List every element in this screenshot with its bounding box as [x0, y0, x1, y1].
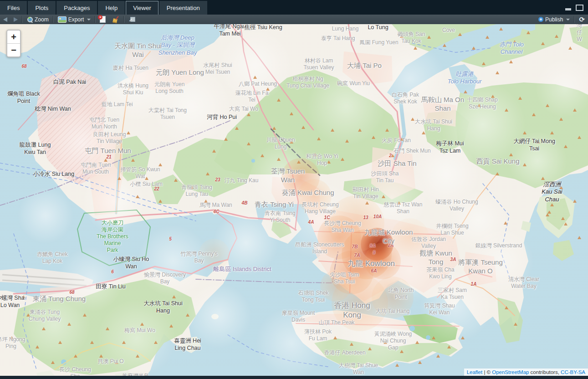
basemap — [0, 24, 588, 376]
popout-icon: ➚ — [128, 17, 135, 22]
chevron-down-icon — [87, 19, 91, 20]
toolbar-separator — [574, 16, 575, 23]
toolbar-separator — [22, 16, 23, 23]
attribution-text: contributors, — [529, 369, 561, 375]
export-label: Export — [68, 16, 84, 23]
toolbar-separator — [53, 16, 54, 23]
attribution-text: | © — [482, 369, 492, 375]
clear-viewer-button[interactable]: × — [97, 15, 109, 24]
map-zoom-control: + − — [6, 30, 21, 57]
tab-presentation[interactable]: Presentation — [159, 1, 207, 15]
zoom-button[interactable]: + Zoom — [24, 15, 52, 24]
map-attribution: Leaflet | © OpenStreetMap contributors, … — [464, 369, 588, 376]
license-link[interactable]: CC-BY-SA — [561, 369, 585, 375]
toolbar-separator — [123, 16, 124, 23]
forward-arrow-icon — [14, 17, 18, 22]
broom-icon — [112, 16, 119, 23]
osm-link[interactable]: OpenStreetMap — [492, 369, 529, 375]
tab-viewer[interactable]: Viewer — [126, 1, 159, 15]
tab-plots[interactable]: Plots — [28, 1, 56, 15]
leaflet-link[interactable]: Leaflet — [467, 369, 483, 375]
clear-page-icon: × — [100, 16, 106, 23]
map-viewport[interactable]: 4B4C56686821222328A7B7A6A1C4A10A133A2A81… — [0, 24, 588, 376]
zoom-out-button[interactable]: − — [7, 44, 20, 56]
publish-button[interactable]: Publish — [535, 15, 573, 24]
forward-button[interactable] — [10, 15, 21, 24]
maximize-icon[interactable] — [576, 5, 583, 11]
export-button[interactable]: Export — [55, 15, 94, 24]
chevron-down-icon — [566, 19, 570, 20]
window-controls — [565, 5, 588, 15]
zoom-label: Zoom — [35, 16, 49, 23]
viewer-toolbar: + Zoom Export × ➚ Publish ⟳ — [0, 15, 588, 25]
back-arrow-icon — [3, 17, 7, 22]
back-button[interactable] — [0, 15, 10, 24]
rstudio-window: FilesPlotsPackagesHelpViewerPresentation… — [0, 0, 588, 379]
zoom-in-button[interactable]: + — [7, 31, 20, 44]
window-bottom-edge — [0, 376, 588, 379]
open-in-new-window-button[interactable]: ➚ — [125, 15, 138, 24]
ide-tab-bar: FilesPlotsPackagesHelpViewerPresentation — [0, 0, 588, 15]
refresh-icon: ⟳ — [579, 16, 585, 23]
refresh-button[interactable]: ⟳ — [576, 15, 588, 24]
tab-help[interactable]: Help — [98, 1, 125, 15]
tab-packages[interactable]: Packages — [56, 1, 97, 15]
tab-files[interactable]: Files — [0, 1, 27, 15]
toolbar-separator — [95, 16, 96, 23]
export-image-icon — [58, 16, 66, 23]
magnifier-icon: + — [27, 16, 33, 22]
publish-label: Publish — [545, 16, 563, 23]
clear-all-button[interactable] — [109, 15, 123, 24]
minimize-icon[interactable] — [565, 8, 571, 10]
publish-icon — [538, 17, 543, 22]
